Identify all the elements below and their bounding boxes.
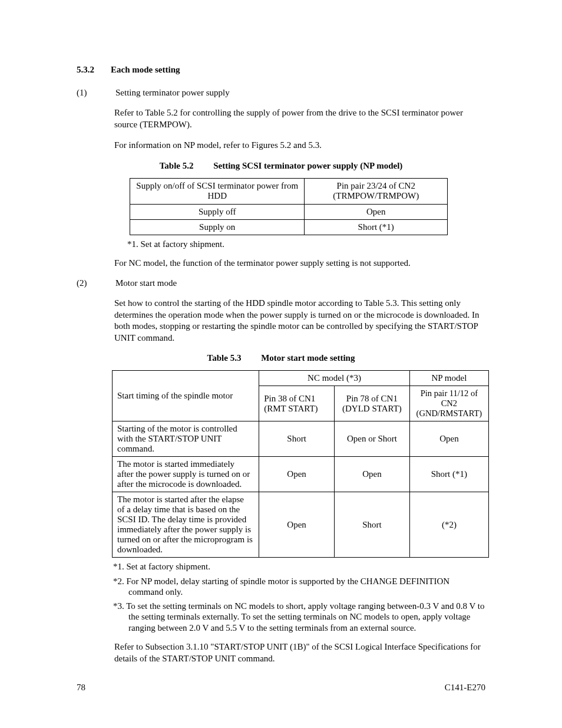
table-5-3-header-c4: Pin pair 11/12 of CN2 (GND/RMSTART): [409, 386, 488, 421]
table-5-2-r1c1: Supply off: [130, 204, 305, 219]
subsection-2-para-1: Set how to control the starting of the H…: [114, 298, 485, 344]
table-5-3-r1c3: Open or Short: [335, 421, 410, 457]
table-5-3-caption: Table 5.3 Motor start mode setting: [77, 353, 485, 363]
table-5-3-footnote-3: *3. To set the setting terminals on NC m…: [113, 601, 485, 633]
subsection-1-title: Setting terminator power supply: [115, 88, 230, 98]
table-5-2-post-note: For NC model, the function of the termin…: [114, 258, 485, 269]
table-5-2-r2c2: Short (*1): [305, 219, 448, 235]
table-5-3-header-c2: Pin 38 of CN1 (RMT START): [259, 386, 335, 421]
table-5-3-header-np: NP model: [409, 371, 488, 386]
table-5-3: Start timing of the spindle motor NC mod…: [112, 370, 489, 558]
table-5-3-footnote-2: *2. For NP model, delay starting of spin…: [113, 576, 485, 598]
section-header: 5.3.2 Each mode setting: [77, 65, 485, 75]
page-footer: 78 C141-E270: [77, 683, 485, 693]
table-5-3-r1c2: Short: [259, 421, 335, 457]
subsection-1-number: (1): [77, 88, 91, 98]
table-5-2-footnote-1: *1. Set at factory shipment.: [127, 239, 485, 249]
table-5-3-r3c1: The motor is started after the elapse of…: [113, 492, 259, 558]
table-5-2-r1c2: Open: [305, 204, 448, 219]
table-5-2-caption-title: Setting SCSI terminator power supply (NP…: [213, 161, 402, 170]
table-5-2-header-right: Pin pair 23/24 of CN2 (TRMPOW/TRMPOW): [305, 178, 448, 204]
section-title: Each mode setting: [111, 65, 180, 75]
table-5-3-r2c1: The motor is started immediately after t…: [113, 457, 259, 492]
table-5-2-header-left: Supply on/off of SCSI terminator power f…: [130, 178, 305, 204]
table-5-3-r2c4: Short (*1): [409, 457, 488, 492]
subsection-1-para-2: For information on NP model, refer to Fi…: [114, 140, 485, 151]
table-5-3-header-nc: NC model (*3): [259, 371, 410, 386]
subsection-2-header: (2) Motor start mode: [77, 278, 485, 288]
table-5-3-r2c2: Open: [259, 457, 335, 492]
table-5-3-r3c2: Open: [259, 492, 335, 558]
subsection-2-number: (2): [77, 278, 91, 288]
table-5-2-caption-number: Table 5.2: [160, 161, 194, 170]
table-5-3-footnote-1: *1. Set at factory shipment.: [113, 561, 485, 572]
table-5-3-r1c4: Open: [409, 421, 488, 457]
table-5-3-caption-number: Table 5.3: [207, 353, 242, 363]
table-5-2-caption: Table 5.2 Setting SCSI terminator power …: [77, 161, 485, 171]
section-number: 5.3.2: [77, 65, 94, 75]
table-5-3-header-left: Start timing of the spindle motor: [113, 371, 259, 421]
table-5-3-r3c3: Short: [335, 492, 410, 558]
table-5-3-caption-title: Motor start mode setting: [261, 353, 355, 363]
table-5-3-post-note: Refer to Subsection 3.1.10 "START/STOP U…: [114, 641, 485, 664]
page-number: 78: [77, 683, 85, 693]
document-id: C141-E270: [445, 683, 485, 693]
table-5-3-r2c3: Open: [335, 457, 410, 492]
subsection-2-title: Motor start mode: [115, 278, 177, 288]
table-5-2: Supply on/off of SCSI terminator power f…: [130, 178, 448, 235]
subsection-1-header: (1) Setting terminator power supply: [77, 88, 485, 98]
table-5-3-header-c3: Pin 78 of CN1 (DYLD START): [335, 386, 410, 421]
table-5-3-r1c1: Starting of the motor is controlled with…: [113, 421, 259, 457]
table-5-3-r3c4: (*2): [409, 492, 488, 558]
table-5-2-r2c1: Supply on: [130, 219, 305, 235]
subsection-1-para-1: Refer to Table 5.2 for controlling the s…: [114, 107, 485, 130]
